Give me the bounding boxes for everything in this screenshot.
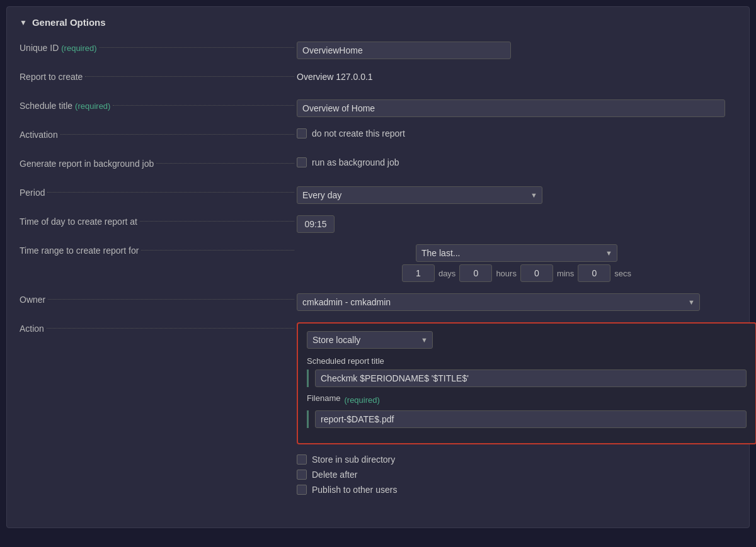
report-to-create-value: Overview 127.0.0.1	[297, 70, 373, 82]
generate-report-checkbox[interactable]	[297, 157, 307, 167]
generate-report-checkbox-label: run as background job	[312, 157, 399, 167]
activation-checkbox[interactable]	[297, 128, 307, 138]
owner-select-wrapper: cmkadmin - cmkadmin ▼	[297, 293, 700, 311]
unique-id-label: Unique ID	[20, 43, 59, 53]
action-dropdown-row: Store locally Store in sub directory Pub…	[307, 331, 747, 349]
filename-label-row: Filename (required)	[307, 393, 747, 407]
period-value-col: Every day Every week Every month ▼	[297, 184, 736, 204]
generate-report-dots	[156, 163, 294, 164]
unique-id-dots	[100, 47, 294, 48]
owner-label: Owner	[20, 295, 45, 305]
time-range-dropdown-row: The last... Fixed time range ▼	[416, 244, 617, 262]
period-select[interactable]: Every day Every week Every month	[297, 186, 542, 204]
activation-label-col: Activation	[20, 126, 297, 140]
action-select[interactable]: Store locally Store in sub directory Pub…	[307, 331, 433, 349]
time-range-inputs-row: days hours mins secs	[402, 264, 631, 282]
action-row: Action Store locally Store in sub direct…	[20, 320, 736, 500]
time-range-label: Time range to create report for	[20, 245, 139, 256]
action-label: Action	[20, 324, 44, 334]
report-to-create-value-col: Overview 127.0.0.1	[297, 68, 736, 82]
time-range-label-col: Time range to create report for	[20, 242, 297, 256]
time-range-row: Time range to create report for The last…	[20, 242, 736, 282]
delete-after-row: Delete after	[297, 470, 397, 480]
filename-input[interactable]	[315, 410, 747, 428]
generate-report-checkbox-row: run as background job	[297, 157, 399, 167]
activation-checkbox-label: do not create this report	[312, 128, 405, 138]
schedule-title-dots	[113, 105, 294, 106]
period-select-wrapper: Every day Every week Every month ▼	[297, 186, 542, 204]
generate-report-label: Generate report in background job	[20, 159, 154, 169]
activation-label: Activation	[20, 130, 58, 140]
period-dots	[47, 192, 294, 193]
hours-input[interactable]	[459, 264, 492, 282]
owner-label-col: Owner	[20, 291, 297, 305]
delete-after-checkbox[interactable]	[297, 470, 307, 480]
owner-dots	[48, 299, 294, 300]
time-of-day-label-col: Time of day to create report at	[20, 213, 297, 227]
time-of-day-row: Time of day to create report at	[20, 213, 736, 233]
schedule-title-label-col: Schedule title (required)	[20, 97, 297, 111]
scheduled-report-title-label: Scheduled report title	[307, 356, 747, 366]
section-header: ▼ General Options	[20, 17, 736, 28]
time-of-day-input[interactable]	[297, 215, 335, 233]
publish-to-other-label: Publish to other users	[312, 485, 397, 495]
activation-value-col: do not create this report	[297, 126, 736, 138]
generate-report-row: Generate report in background job run as…	[20, 155, 736, 175]
owner-row: Owner cmkadmin - cmkadmin ▼	[20, 291, 736, 311]
mins-input[interactable]	[520, 264, 553, 282]
unique-id-label-col: Unique ID (required)	[20, 39, 297, 53]
time-range-value-col: The last... Fixed time range ▼ days hour…	[297, 242, 736, 282]
unique-id-required: (required)	[61, 43, 96, 53]
scheduled-report-title-input-wrapper	[307, 369, 747, 387]
schedule-title-label: Schedule title	[20, 101, 72, 111]
report-to-create-dots	[85, 76, 294, 77]
filename-label: Filename	[307, 393, 340, 403]
filename-required: (required)	[344, 395, 379, 405]
generate-report-label-col: Generate report in background job	[20, 155, 297, 169]
schedule-title-row: Schedule title (required)	[20, 97, 736, 117]
time-range-dots	[141, 250, 294, 251]
store-in-sub-dir-row: Store in sub directory	[297, 454, 397, 465]
action-value-col: Store locally Store in sub directory Pub…	[297, 320, 756, 500]
collapse-icon[interactable]: ▼	[20, 18, 27, 27]
days-label: days	[438, 269, 455, 278]
action-select-wrapper: Store locally Store in sub directory Pub…	[307, 331, 433, 349]
days-input[interactable]	[402, 264, 435, 282]
schedule-title-value-col	[297, 97, 736, 117]
owner-select[interactable]: cmkadmin - cmkadmin	[297, 293, 700, 311]
action-box: Store locally Store in sub directory Pub…	[297, 322, 756, 444]
unique-id-input[interactable]	[297, 42, 511, 59]
time-of-day-dots	[140, 221, 294, 222]
report-to-create-label: Report to create	[20, 72, 83, 82]
schedule-title-input[interactable]	[297, 99, 725, 117]
filename-input-wrapper	[307, 410, 747, 428]
delete-after-label: Delete after	[312, 470, 357, 480]
owner-value-col: cmkadmin - cmkadmin ▼	[297, 291, 736, 311]
report-to-create-row: Report to create Overview 127.0.0.1	[20, 68, 736, 88]
store-in-sub-dir-label: Store in sub directory	[312, 454, 395, 465]
scheduled-report-title-input[interactable]	[315, 369, 747, 387]
time-of-day-value-col	[297, 213, 736, 233]
report-to-create-label-col: Report to create	[20, 68, 297, 82]
generate-report-value-col: run as background job	[297, 155, 736, 167]
store-in-sub-dir-checkbox[interactable]	[297, 454, 307, 465]
general-options-panel: ▼ General Options Unique ID (required) R…	[6, 6, 750, 528]
time-range-select-wrapper: The last... Fixed time range ▼	[416, 244, 617, 262]
time-of-day-label: Time of day to create report at	[20, 217, 137, 227]
publish-to-other-checkbox[interactable]	[297, 485, 307, 495]
time-range-select[interactable]: The last... Fixed time range	[416, 244, 617, 262]
period-label: Period	[20, 188, 45, 198]
unique-id-row: Unique ID (required)	[20, 39, 736, 59]
period-label-col: Period	[20, 184, 297, 198]
activation-row: Activation do not create this report	[20, 126, 736, 146]
secs-label: secs	[614, 269, 631, 278]
schedule-title-required: (required)	[75, 101, 110, 111]
period-row: Period Every day Every week Every month …	[20, 184, 736, 204]
action-label-col: Action	[20, 320, 297, 334]
publish-to-other-row: Publish to other users	[297, 485, 397, 495]
section-title: General Options	[32, 17, 106, 28]
mins-label: mins	[557, 269, 574, 278]
activation-checkbox-row: do not create this report	[297, 128, 405, 138]
secs-input[interactable]	[578, 264, 610, 282]
action-dots	[47, 328, 294, 329]
